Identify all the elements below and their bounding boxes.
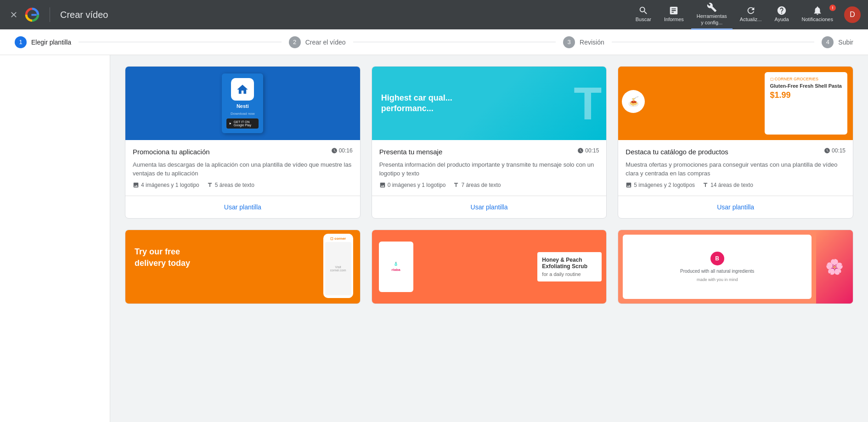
catalog-product: Gluten-Free Fresh Shell Pasta	[770, 83, 842, 89]
card-beauty-thumbnail: B Produced with all natural ingredients …	[618, 230, 853, 304]
nav-search-button[interactable]: Buscar	[630, 3, 657, 27]
card-app-meta: 4 imágenes y 1 logotipo 5 áreas de texto	[133, 182, 353, 188]
catalog-brand: CORNER GROCERIES	[775, 77, 819, 81]
step-connector-1	[79, 42, 282, 42]
card-message-thumbnail: Highest car qual...performanc... T	[372, 67, 607, 140]
card-app-footer: Usar plantilla	[125, 196, 360, 218]
step-1-circle: 1	[15, 36, 27, 48]
step-2: 2 Crear el vídeo	[289, 36, 346, 48]
step-2-circle: 2	[289, 36, 301, 48]
beauty-image: 🌸	[816, 230, 853, 304]
step-3-label: Revisión	[580, 39, 604, 46]
google-play-btn: GET IT ON Google Play	[226, 118, 259, 129]
card-app-duration: 00:16	[331, 147, 353, 154]
card-app: Nesti Download now GET IT ON Google Play…	[125, 66, 361, 219]
catalog-price: $1.99	[770, 90, 842, 100]
card-app-title: Promociona tu aplicación	[133, 147, 210, 157]
card-message-title-row: Presenta tu mensaje 00:15	[379, 147, 599, 157]
card-catalog-footer: Usar plantilla	[618, 196, 853, 218]
card-message-meta: 0 imágenes y 1 logotipo 7 áreas de texto	[379, 182, 599, 188]
card-app-title-row: Promociona tu aplicación 00:16	[133, 147, 353, 157]
card-message: Highest car qual...performanc... T Prese…	[372, 66, 607, 219]
beauty-brand-icon: B	[710, 252, 724, 265]
main-content: Nesti Download now GET IT ON Google Play…	[0, 55, 868, 422]
card-catalog-images: 5 imágenes y 2 logotipos	[626, 182, 695, 188]
step-3: 3 Revisión	[563, 36, 604, 48]
card-delivery-thumbnail: Try our freedelivery today ◻ corner Visi…	[125, 230, 360, 304]
svg-rect-1	[31, 14, 36, 16]
scrub-subtitle: for a daily routine	[542, 271, 597, 277]
step-2-label: Crear el vídeo	[305, 39, 346, 46]
nav-divider	[50, 7, 50, 22]
card-catalog-meta: 5 imágenes y 2 logotipos 14 áreas de tex…	[626, 182, 845, 188]
nav-update-button[interactable]: Actualiz...	[734, 3, 767, 27]
step-4-circle: 4	[822, 36, 834, 48]
card-catalog-duration: 00:15	[824, 147, 845, 154]
app-icon	[231, 78, 254, 101]
nav-help-button[interactable]: Ayuda	[769, 3, 795, 27]
app-phone-mock: Nesti Download now GET IT ON Google Play	[222, 73, 263, 133]
card-catalog-title-row: Destaca tu catálogo de productos 00:15	[626, 147, 845, 157]
google-play-text: GET IT ON Google Play	[234, 120, 256, 127]
nav-tools-button[interactable]: Herramientasy config...	[691, 0, 733, 30]
nav-update-label: Actualiz...	[740, 17, 762, 23]
card-app-description: Aumenta las descargas de la aplicación c…	[133, 160, 353, 178]
scrub-product-name: Honey & Peach Exfoliating Scrub	[542, 257, 597, 270]
card-app-images: 4 imágenes y 1 logotipo	[133, 182, 199, 188]
delivery-text: Try our freedelivery today	[135, 246, 190, 269]
app-subtitle: Download now	[231, 112, 254, 116]
nav-notifications-label: Notificaciones	[802, 17, 833, 23]
nav-tools-label: Herramientasy config...	[697, 13, 727, 25]
card-app-body: Promociona tu aplicación 00:16 Aumenta l…	[125, 140, 360, 196]
phone-screen: Visitcorner.com	[325, 242, 351, 295]
card-scrub-thumbnail: 🧴 rlaba Honey & Peach Exfoliating Scrub …	[372, 230, 607, 304]
card-app-use-template-button[interactable]: Usar plantilla	[220, 202, 265, 213]
step-3-circle: 3	[563, 36, 575, 48]
card-message-images: 0 imágenes y 1 logotipo	[379, 182, 446, 188]
card-message-use-template-button[interactable]: Usar plantilla	[467, 202, 512, 213]
nav-search-label: Buscar	[636, 17, 651, 23]
top-nav: Crear vídeo Buscar Informes Herramientas…	[0, 0, 868, 29]
step-4: 4 Subir	[822, 36, 853, 48]
beauty-card: B Produced with all natural ingredients …	[623, 235, 812, 299]
beauty-text: Produced with all natural ingredients	[680, 268, 754, 275]
step-1: 1 Elegir plantilla	[15, 36, 71, 48]
google-logo-icon	[25, 7, 39, 22]
card-message-body: Presenta tu mensaje 00:15 Presenta infor…	[372, 140, 607, 196]
card-app-text-areas: 5 áreas de texto	[207, 182, 254, 188]
nav-help-label: Ayuda	[775, 17, 789, 23]
notification-badge: !	[829, 5, 836, 11]
close-button[interactable]	[7, 8, 20, 21]
nav-left: Crear vídeo	[7, 7, 108, 22]
card-catalog-description: Muestra ofertas y promociones para conse…	[626, 160, 845, 178]
page-title: Crear vídeo	[60, 10, 108, 20]
nav-reports-label: Informes	[664, 17, 684, 23]
notifications-wrapper: Notificaciones !	[796, 3, 839, 27]
card-catalog-title: Destaca tu catálogo de productos	[626, 147, 728, 157]
app-name: Nesti	[237, 103, 249, 109]
card-beauty: B Produced with all natural ingredients …	[618, 230, 853, 304]
nav-right: Buscar Informes Herramientasy config... …	[630, 0, 861, 30]
user-avatar[interactable]: D	[844, 6, 861, 23]
card-delivery: Try our freedelivery today ◻ corner Visi…	[125, 230, 361, 304]
beauty-tagline: made with you in mind	[697, 277, 738, 282]
scrub-product: 🧴 rlaba	[379, 242, 413, 292]
card-scrub: 🧴 rlaba Honey & Peach Exfoliating Scrub …	[372, 230, 607, 304]
card-message-duration: 00:15	[577, 147, 599, 154]
card-catalog-use-template-button[interactable]: Usar plantilla	[713, 202, 758, 213]
card-message-text-areas: 7 áreas de texto	[453, 182, 501, 188]
scrub-text-box: Honey & Peach Exfoliating Scrub for a da…	[537, 252, 602, 281]
car-text-big: T	[574, 80, 602, 126]
nav-reports-button[interactable]: Informes	[659, 3, 689, 27]
card-message-description: Presenta información del producto import…	[379, 160, 599, 178]
card-catalog: 🍝 ◻ CORNER GROCERIES Gluten-Free Fresh S…	[618, 66, 853, 219]
delivery-phone: ◻ corner Visitcorner.com	[323, 234, 353, 298]
sidebar	[0, 55, 110, 422]
card-app-thumbnail: Nesti Download now GET IT ON Google Play	[125, 67, 360, 140]
step-1-label: Elegir plantilla	[31, 39, 71, 46]
step-4-label: Subir	[838, 39, 853, 46]
card-message-footer: Usar plantilla	[372, 196, 607, 218]
stepper: 1 Elegir plantilla 2 Crear el vídeo 3 Re…	[0, 29, 868, 55]
car-title-text: Highest car qual...performanc...	[381, 93, 452, 114]
corner-logo: ◻ corner	[330, 236, 346, 241]
